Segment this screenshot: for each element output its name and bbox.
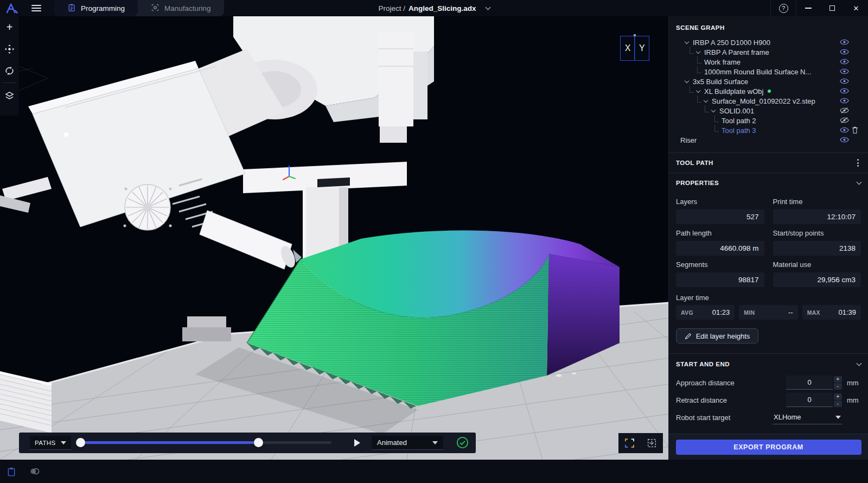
- visibility-eye-off-icon[interactable]: [840, 107, 849, 114]
- slider-handle-start[interactable]: [76, 438, 85, 447]
- overlap-circles-icon: [30, 468, 40, 475]
- chevron-down-icon[interactable]: [696, 88, 700, 92]
- scene-node-riser[interactable]: Riser: [669, 135, 868, 145]
- workspace-tabs: Programming Manufacturing: [54, 0, 224, 16]
- play-button[interactable]: [350, 436, 364, 449]
- scene-node-round-build-surface[interactable]: 1000mm Round Build Surface N...: [669, 67, 868, 77]
- axis-y-face[interactable]: Y: [634, 36, 649, 61]
- visibility-eye-off-icon[interactable]: [840, 117, 849, 124]
- tab-manufacturing[interactable]: Manufacturing: [138, 0, 224, 16]
- scene-node-buildplate[interactable]: XL Buildplate wObj: [669, 86, 868, 96]
- chevron-down-icon[interactable]: [685, 78, 689, 82]
- close-icon: ✕: [853, 4, 859, 12]
- visibility-eye-icon[interactable]: [840, 39, 849, 46]
- close-button[interactable]: ✕: [844, 0, 868, 16]
- contrast-toggle-button[interactable]: [30, 468, 40, 475]
- visibility-eye-icon[interactable]: [840, 87, 849, 94]
- status-bar: [0, 460, 868, 483]
- stepper-minus-button[interactable]: -: [834, 383, 842, 390]
- stepper-plus-button[interactable]: +: [834, 393, 842, 400]
- visibility-eye-icon[interactable]: [840, 48, 849, 55]
- layer-range-slider[interactable]: [78, 441, 331, 444]
- approach-distance-label: Approach distance: [676, 379, 786, 387]
- scene-node-toolpath-2[interactable]: Tool path 2: [669, 116, 868, 125]
- scene-node-surface-mold[interactable]: Surface_Mold_01092022 v2.step: [669, 96, 868, 106]
- properties-title: PROPERTIES: [676, 180, 719, 186]
- help-button[interactable]: ?: [771, 4, 796, 13]
- plus-icon: +: [7, 22, 13, 33]
- stepper-minus-button[interactable]: -: [834, 401, 842, 407]
- collapse-chevron-icon[interactable]: [857, 361, 862, 366]
- visibility-eye-icon[interactable]: [840, 136, 849, 143]
- start-end-header[interactable]: START AND END: [669, 354, 868, 374]
- project-name[interactable]: Angled_Slicing.adx: [409, 4, 476, 12]
- properties-header[interactable]: PROPERTIES: [669, 173, 868, 193]
- edit-layer-heights-button[interactable]: Edit layer heights: [676, 328, 758, 344]
- tree-connector: [690, 47, 694, 54]
- move-tool-button[interactable]: [0, 38, 19, 60]
- maximize-button[interactable]: [820, 0, 844, 16]
- paths-dropdown[interactable]: PATHS: [30, 436, 71, 450]
- scene-node-robot[interactable]: IRBP A 250 D1000 H900: [669, 37, 868, 47]
- visibility-eye-icon[interactable]: [840, 58, 849, 65]
- scene-render[interactable]: [0, 16, 668, 460]
- robot-start-target-dropdown[interactable]: XLHome: [773, 410, 842, 424]
- viewport-3d[interactable]: + X Y PATHS: [0, 16, 668, 460]
- app-logo-icon[interactable]: [5, 2, 20, 14]
- play-icon: [354, 439, 360, 447]
- visibility-eye-icon[interactable]: [840, 126, 849, 134]
- fullscreen-icon: [624, 438, 635, 448]
- collapse-chevron-icon[interactable]: [857, 180, 862, 185]
- visibility-eye-icon[interactable]: [840, 78, 849, 85]
- visibility-eye-icon[interactable]: [840, 68, 849, 75]
- chevron-down-icon[interactable]: [696, 49, 700, 53]
- scene-node-build-surface[interactable]: 3x5 Build Surface: [669, 77, 868, 86]
- export-program-button[interactable]: EXPORT PROGRAM: [676, 440, 861, 455]
- scene-node-work-frame[interactable]: Work frame: [669, 57, 868, 67]
- chevron-down-icon: [432, 441, 438, 444]
- visibility-eye-icon[interactable]: [840, 97, 849, 104]
- layers-tool-button[interactable]: [0, 85, 19, 106]
- scene-node-parent-frame[interactable]: IRBP A Parent frame: [669, 47, 868, 57]
- chevron-down-icon[interactable]: [685, 39, 689, 43]
- robot-start-target-value: XLHome: [774, 413, 801, 421]
- chevron-down-icon: [835, 416, 841, 419]
- kebab-menu-icon[interactable]: [855, 157, 861, 169]
- start-end-title: START AND END: [676, 361, 730, 367]
- project-menu-chevron-icon[interactable]: [485, 4, 490, 10]
- scene-node-solid[interactable]: SOLID.001: [669, 106, 868, 116]
- move-icon: [4, 44, 15, 54]
- stepper-plus-button[interactable]: +: [834, 376, 842, 383]
- window-controls: ? ✕: [770, 0, 868, 16]
- chevron-down-icon[interactable]: [704, 98, 708, 102]
- tool-path-header: TOOL PATH: [669, 153, 868, 173]
- tree-connector: [697, 66, 701, 73]
- delete-trash-icon[interactable]: [852, 126, 858, 134]
- scene-node-toolpath-3[interactable]: Tool path 3: [669, 125, 868, 135]
- clipboard-status-button[interactable]: [7, 467, 16, 476]
- tab-programming[interactable]: Programming: [54, 0, 138, 16]
- chevron-down-icon[interactable]: [711, 107, 716, 112]
- field-label: Start/stop points: [773, 229, 861, 237]
- snap-grid-button[interactable]: [647, 438, 657, 448]
- retract-distance-label: Retract distance: [676, 396, 786, 404]
- rotate-tool-button[interactable]: [0, 60, 19, 81]
- toolpath-valid-indicator: [456, 436, 469, 451]
- layer-time-label: Layer time: [676, 294, 861, 302]
- unit-label: mm: [847, 379, 861, 387]
- add-button[interactable]: +: [0, 16, 19, 38]
- field-label: Path length: [676, 229, 764, 237]
- slider-handle-end[interactable]: [254, 438, 263, 447]
- menu-icon[interactable]: [31, 5, 41, 11]
- axis-x-face[interactable]: X: [620, 36, 635, 61]
- tree-connector: [714, 125, 719, 132]
- retract-distance-input[interactable]: 0: [786, 393, 833, 407]
- minimize-icon: [805, 8, 812, 9]
- fit-view-button[interactable]: [624, 438, 635, 448]
- animation-mode-dropdown[interactable]: Animated: [372, 436, 443, 450]
- breadcrumb-prefix: Project /: [378, 4, 405, 12]
- tree-connector: [705, 105, 709, 112]
- approach-distance-input[interactable]: 0: [786, 376, 833, 390]
- divider: [3, 82, 16, 83]
- minimize-button[interactable]: [796, 0, 820, 16]
